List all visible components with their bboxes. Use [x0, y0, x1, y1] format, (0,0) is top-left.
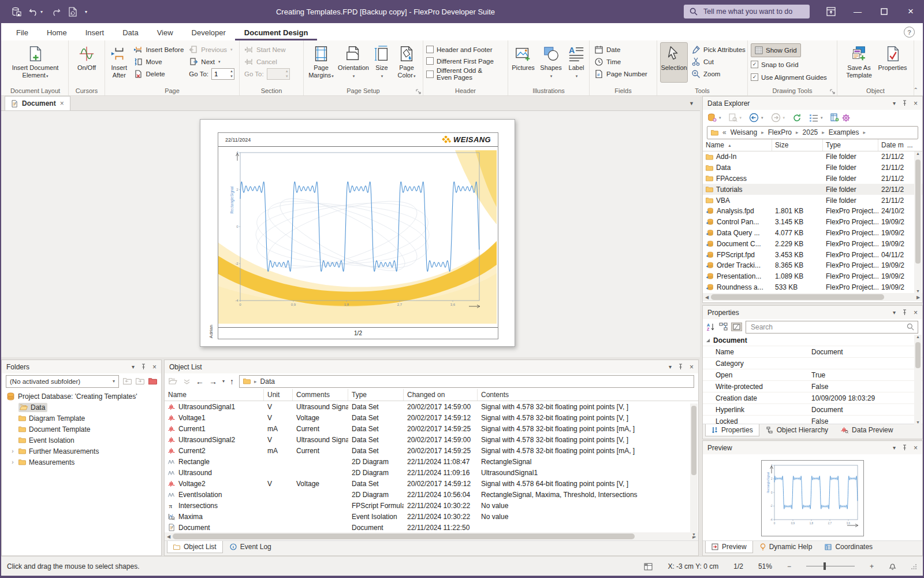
column-header-type[interactable]: Type [823, 139, 878, 151]
orientation-button[interactable]: Orientation▾ [337, 42, 370, 83]
page-go-to-input[interactable] [212, 70, 229, 78]
use-alignment-guides-checkbox[interactable]: ✓Use Alignment Guides [751, 72, 827, 83]
property-row[interactable]: Category [703, 357, 922, 369]
column-header-type[interactable]: Type [348, 389, 404, 401]
selection-tool-button[interactable]: Selection [660, 42, 688, 83]
tab-data-preview[interactable]: Data Preview [835, 424, 899, 436]
object-list-horizontal-scrollbar[interactable]: ◀▶ [165, 532, 698, 540]
expand-chevron-icon[interactable]: › [10, 448, 16, 454]
cursors-on-off-button[interactable]: On/Off [75, 42, 98, 83]
object-properties-button[interactable]: Properties [877, 42, 908, 83]
pick-attributes-button[interactable]: Pick Attributes [690, 43, 747, 55]
object-list-row[interactable]: Current2mACurrentData Set20/02/2017 14:5… [165, 445, 698, 456]
pin-icon[interactable] [902, 444, 907, 451]
object-list-vertical-scrollbar[interactable]: ▼ [690, 403, 698, 536]
pin-icon[interactable] [141, 364, 146, 370]
expand-chevron-icon[interactable]: › [10, 459, 16, 465]
column-header-contents[interactable]: Contents [478, 389, 698, 401]
object-list-row[interactable]: MaximaEvent Isolation22/11/2024 10:30:22… [165, 511, 698, 522]
maximize-button[interactable] [871, 0, 897, 23]
property-row[interactable]: Write-protectedFalse [703, 380, 922, 392]
property-row[interactable]: LockedFalse [703, 415, 922, 424]
column-header-changed-on[interactable]: Changed on [404, 389, 478, 401]
previous-folder-icon[interactable] [123, 377, 132, 385]
tell-me-search[interactable] [684, 5, 810, 18]
page-go-to-spinner[interactable]: ▲▼ [211, 68, 234, 80]
tell-me-input[interactable] [702, 7, 797, 16]
tab-insert[interactable]: Insert [76, 25, 114, 40]
tab-event-log[interactable]: Event Log [224, 541, 277, 553]
data-explorer-row[interactable]: Control Pan...3.145 KBFlexPro Project...… [703, 217, 922, 228]
folder-tree-item[interactable]: Event Isolation [2, 435, 161, 446]
cut-button[interactable]: Cut [690, 55, 747, 68]
object-list-row[interactable]: EventIsolation2D Diagram22/11/2024 10:56… [165, 489, 698, 500]
column-header-name[interactable]: Name▲ [703, 139, 772, 151]
property-row[interactable]: NameDocument [703, 346, 922, 357]
grid-settings-icon[interactable] [644, 562, 653, 570]
preview-mode-icon[interactable] [729, 113, 737, 122]
pin-icon[interactable] [678, 364, 683, 370]
settings-gear-icon[interactable] [841, 113, 851, 123]
refresh-document-icon[interactable] [68, 7, 77, 17]
column-header-unit[interactable]: Unit [264, 389, 293, 401]
breadcrumb-flexpro[interactable]: FlexPro [768, 128, 792, 136]
zoom-percentage[interactable]: 51% [758, 562, 772, 570]
data-explorer-row[interactable]: TutorialsFile folder22/11/2 [703, 184, 922, 195]
index-manager-icon[interactable] [830, 113, 839, 122]
pin-icon[interactable] [902, 100, 907, 106]
header-and-footer-checkbox[interactable]: Header and Footer [426, 44, 493, 55]
object-list-row[interactable]: πIntersectionsFPScript Formula22/11/2024… [165, 500, 698, 511]
data-explorer-row[interactable]: DataFile folder21/11/2 [703, 162, 922, 173]
open-parent-icon[interactable] [169, 377, 178, 385]
page-number-field-button[interactable]: #Page Number [593, 68, 649, 80]
data-explorer-horizontal-scrollbar[interactable]: ◀▶ [703, 293, 922, 301]
tab-developer[interactable]: Developer [182, 25, 235, 40]
save-as-template-button[interactable]: Save As Template [843, 42, 875, 83]
zoom-out-icon[interactable]: − [787, 562, 791, 570]
minimize-button[interactable]: — [844, 0, 871, 23]
zoom-slider-thumb[interactable] [824, 562, 826, 570]
close-icon[interactable]: × [152, 363, 157, 371]
start-new-section-button[interactable]: Start New [243, 43, 292, 55]
data-explorer-row[interactable]: Analysis.fpd1.801 KBFlexPro Project...24… [703, 206, 922, 217]
tab-file[interactable]: File [7, 25, 38, 40]
column-header-size[interactable]: Size [772, 139, 823, 151]
undo-icon[interactable]: ▾ [29, 7, 43, 16]
tab-coordinates[interactable]: Coordinates [819, 541, 878, 553]
sort-alphabetical-icon[interactable]: AZ [707, 323, 716, 331]
move-page-button[interactable]: Move [132, 55, 185, 68]
undo-dropdown-icon[interactable]: ▾ [40, 9, 43, 14]
toggle-description-icon[interactable] [731, 323, 742, 331]
notifications-bell-icon[interactable] [889, 562, 896, 570]
panel-menu-icon[interactable]: ▾ [669, 364, 672, 370]
tab-properties[interactable]: Properties [705, 424, 759, 436]
zoom-slider[interactable] [806, 566, 855, 566]
data-explorer-row[interactable]: FPAccessFile folder21/11/2 [703, 173, 922, 184]
document-canvas[interactable]: 22/11/2024 WEISANG [1, 111, 700, 358]
drawing-tools-dialog-launcher-icon[interactable] [830, 89, 835, 94]
folder-tree-item[interactable]: Data [2, 402, 161, 413]
insert-page-before-button[interactable]: Insert Before [132, 43, 185, 55]
resize-grip-icon[interactable] [911, 564, 917, 569]
object-list-row[interactable]: Current1mACurrentData Set20/02/2017 14:5… [165, 423, 698, 434]
panel-menu-icon[interactable]: ▾ [893, 309, 896, 316]
different-first-page-checkbox[interactable]: Different First Page [426, 55, 494, 66]
snap-to-grid-checkbox[interactable]: ✓Snap to Grid [751, 59, 799, 70]
back-icon[interactable]: ← [196, 377, 204, 386]
insert-document-element-button[interactable]: Insert Document Element▾ [5, 42, 65, 83]
property-row[interactable]: Creation date10/09/2009 18:03:29 [703, 392, 922, 403]
page-setup-dialog-launcher-icon[interactable] [416, 89, 421, 94]
document-page[interactable]: 22/11/2024 WEISANG [200, 119, 515, 347]
breadcrumb-box[interactable]: « Weisang▸ FlexPro▸ 2025▸ Examples▸ [707, 126, 918, 139]
properties-vertical-scrollbar[interactable]: ▲ ▼ [914, 335, 922, 424]
delete-page-button[interactable]: Delete [132, 68, 185, 80]
properties-group-document[interactable]: Document [703, 335, 922, 346]
forward-icon[interactable]: → [209, 377, 217, 386]
close-button[interactable]: × [897, 0, 924, 23]
close-icon[interactable]: × [914, 444, 918, 452]
property-row[interactable]: OpenTrue [703, 369, 922, 380]
data-explorer-row[interactable]: Presentation...1.089 KBFlexPro Project..… [703, 271, 922, 282]
folder-tree-item[interactable]: ›Further Measurements [2, 446, 161, 457]
column-header-date-modified[interactable]: Date m... [878, 139, 922, 151]
tab-preview[interactable]: Preview [705, 541, 753, 553]
